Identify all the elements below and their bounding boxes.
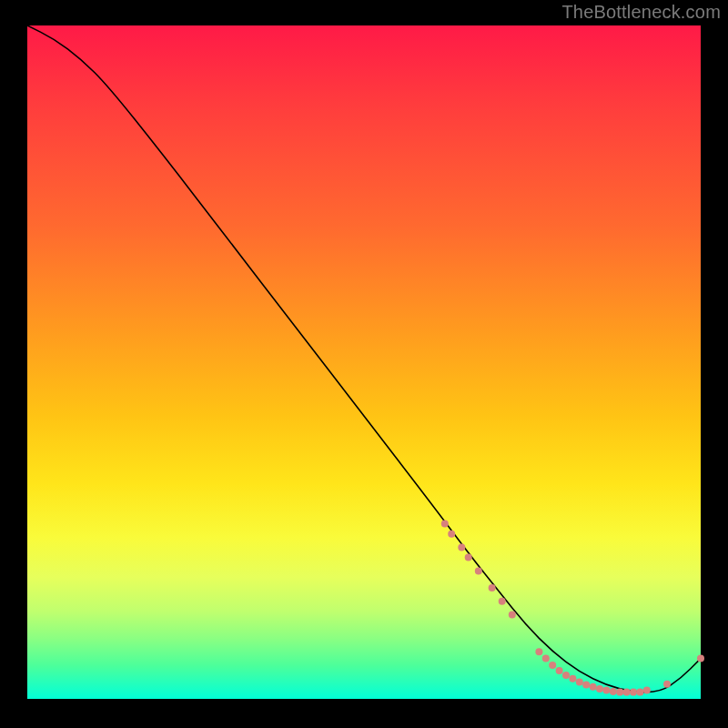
highlight-point: [441, 521, 449, 528]
highlight-point: [549, 662, 556, 669]
highlight-point: [542, 655, 550, 662]
highlight-point: [576, 679, 583, 686]
highlight-point: [610, 688, 617, 695]
attribution-text: TheBottleneck.com: [561, 2, 721, 23]
bottleneck-curve: [27, 25, 701, 693]
highlight-point: [465, 554, 472, 561]
highlight-point: [596, 685, 603, 693]
highlight-markers: [441, 521, 704, 696]
highlight-point: [697, 655, 704, 662]
highlight-point: [499, 598, 506, 605]
highlight-point: [663, 681, 671, 688]
plot-area: [27, 25, 701, 699]
highlight-point: [458, 544, 465, 551]
highlight-point: [636, 689, 643, 696]
highlight-point: [569, 675, 576, 682]
highlight-point: [475, 567, 482, 574]
highlight-point: [562, 672, 570, 679]
chart-frame: TheBottleneck.com: [0, 0, 728, 728]
highlight-point: [582, 682, 590, 689]
highlight-point: [509, 612, 516, 619]
highlight-point: [602, 686, 610, 693]
highlight-point: [590, 683, 597, 691]
highlight-point: [535, 648, 542, 655]
highlight-point: [630, 689, 637, 696]
highlight-point: [448, 531, 455, 538]
highlight-point: [489, 584, 496, 592]
highlight-point: [623, 689, 631, 696]
curve-svg: [27, 25, 701, 699]
highlight-point: [643, 686, 651, 693]
highlight-point: [556, 667, 563, 674]
highlight-point: [616, 689, 623, 696]
